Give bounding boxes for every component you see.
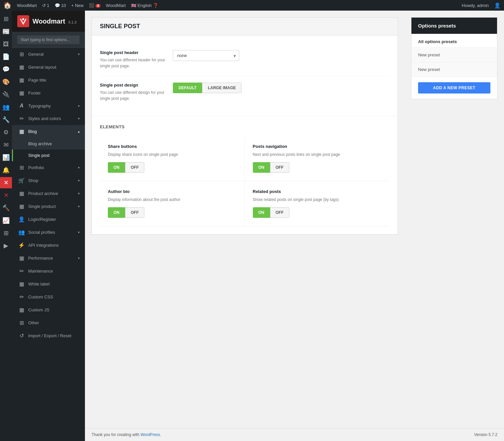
sidebar-item-portfolio[interactable]: ⊞ Portfolio ▾: [12, 161, 85, 174]
related-posts-toggle: ON OFF: [253, 207, 382, 218]
share-buttons-desc: Display share icons on single post page: [108, 152, 237, 158]
wp-icon-grid[interactable]: ⊞: [0, 227, 12, 239]
design-option-control: DEFAULT LARGE IMAGE: [166, 83, 390, 93]
related-posts-on-button[interactable]: ON: [253, 207, 270, 218]
sidebar-item-footer[interactable]: ▦ Footer: [12, 87, 85, 99]
sidebar-item-product-archive[interactable]: ▦ Product archive ▾: [12, 187, 85, 200]
author-bio-on-button[interactable]: ON: [108, 207, 125, 218]
header-select[interactable]: none default custom: [173, 50, 239, 61]
blog-icon: ▦: [18, 128, 25, 135]
sidebar-item-other[interactable]: ⊞ Other: [12, 316, 85, 329]
add-new-preset-button[interactable]: ADD A NEW PRESET: [418, 82, 490, 94]
svg-point-0: [22, 18, 24, 20]
wp-icon-appearance[interactable]: 🎨: [0, 76, 12, 88]
sidebar-item-custom-js[interactable]: ▦ Custom JS: [12, 303, 85, 316]
portfolio-icon: ⊞: [18, 164, 25, 171]
sidebar-item-social-profiles[interactable]: 👥 Social profiles ▾: [12, 226, 85, 239]
api-icon: ⚡: [18, 242, 25, 248]
posts-nav-off-button[interactable]: OFF: [270, 162, 289, 173]
wp-icon-pages[interactable]: 📄: [0, 51, 12, 62]
sidebar-item-login-register[interactable]: 👤 Login/Register: [12, 213, 85, 226]
design-large-image-button[interactable]: LARGE IMAGE: [202, 83, 242, 93]
wp-icon-media[interactable]: 🖼: [0, 38, 12, 50]
author-bio-off-button[interactable]: OFF: [125, 207, 144, 218]
sidebar-item-page-title[interactable]: ▦ Page title: [12, 74, 85, 87]
preset-item-2[interactable]: New preset: [411, 62, 497, 77]
custom-css-icon: ✏: [18, 294, 25, 300]
preset-header: Options presets: [411, 18, 497, 34]
sidebar-item-single-product[interactable]: ▦ Single product ▾: [12, 200, 85, 213]
posts-nav-desc: Next and previous posts links on single …: [253, 152, 382, 158]
social-icon: 👥: [18, 229, 25, 235]
wp-icon-analytics[interactable]: 📊: [0, 152, 12, 163]
share-on-button[interactable]: ON: [108, 162, 125, 173]
posts-nav-on-button[interactable]: ON: [253, 162, 270, 173]
admin-bar-plugin-count[interactable]: ⬛ 4: [89, 3, 101, 8]
performance-icon: ▦: [18, 255, 25, 261]
wp-icon-comments[interactable]: 💬: [0, 64, 12, 75]
admin-bar-new[interactable]: + New: [71, 3, 84, 8]
wp-icon-bell[interactable]: 🔔: [0, 164, 12, 176]
wp-icon-wrench[interactable]: 🔨: [0, 202, 12, 214]
related-posts-label: Related posts: [253, 189, 382, 194]
wp-icon-users[interactable]: 👥: [0, 101, 12, 113]
login-icon: 👤: [18, 216, 25, 222]
admin-bar-site-name[interactable]: WoodMart: [17, 3, 37, 8]
sidebar-item-general-layout[interactable]: ▦ General layout: [12, 61, 85, 74]
single-product-arrow: ▾: [78, 205, 80, 208]
sidebar-item-maintenance[interactable]: ✏ Maintenance: [12, 265, 85, 278]
sidebar-item-api-integrations[interactable]: ⚡ API integrations: [12, 239, 85, 252]
wp-icon-play[interactable]: ▶: [0, 240, 12, 251]
design-option-desc: You can use different design for your si…: [100, 90, 166, 101]
brand-version: 6.1.3: [68, 20, 76, 24]
design-default-button[interactable]: DEFAULT: [173, 83, 202, 93]
wp-icon-woodmart[interactable]: ✕: [0, 177, 12, 188]
styles-colors-arrow: ▾: [78, 117, 80, 120]
admin-bar-theme[interactable]: WoodMart: [106, 3, 126, 8]
posts-nav-toggle: ON OFF: [253, 162, 382, 173]
sidebar-item-single-post[interactable]: Single post: [12, 150, 85, 161]
sidebar-item-typography[interactable]: A Typography ▾: [12, 99, 85, 112]
related-posts-off-button[interactable]: OFF: [270, 207, 289, 218]
brand-name: Woodmart: [33, 18, 65, 25]
wp-icon-posts[interactable]: 📰: [0, 26, 12, 37]
admin-bar-language[interactable]: 🇬🇧 English ❓: [131, 3, 158, 8]
sidebar-item-custom-css[interactable]: ✏ Custom CSS: [12, 290, 85, 303]
related-posts-desc: Show related posts on single post page (…: [253, 197, 382, 203]
sidebar-item-import-export[interactable]: ↺ Import / Export / Reset: [12, 329, 85, 342]
preset-item-1[interactable]: New preset: [411, 48, 497, 62]
elements-grid: Share buttons Display share icons on sin…: [100, 136, 390, 226]
admin-bar-wp-logo[interactable]: 🏠: [3, 1, 12, 9]
shop-arrow: ▾: [78, 179, 80, 182]
general-layout-icon: ▦: [18, 64, 25, 70]
admin-bar-user-avatar[interactable]: 👤: [494, 2, 501, 9]
sidebar-item-blog[interactable]: ▦ Blog ▴: [12, 125, 85, 138]
custom-js-icon: ▦: [18, 307, 25, 313]
sidebar-item-performance[interactable]: ▦ Performance ▾: [12, 252, 85, 265]
search-input[interactable]: [17, 35, 80, 44]
wp-icon-dashboard[interactable]: ⊞: [0, 13, 12, 25]
admin-bar-comments[interactable]: 💬 10: [55, 3, 66, 8]
product-archive-icon: ▦: [18, 190, 25, 197]
general-arrow: ▾: [78, 52, 80, 56]
elements-section: ELEMENTS Share buttons Display share ico…: [92, 116, 397, 234]
wp-icon-settings[interactable]: ⚙: [0, 127, 12, 138]
search-bar: [12, 32, 85, 48]
author-bio-desc: Display information about the post autho…: [108, 197, 237, 203]
sidebar-item-shop[interactable]: 🛒 Shop ▾: [12, 174, 85, 187]
design-option-label: Single post design: [100, 83, 166, 88]
share-off-button[interactable]: OFF: [125, 162, 144, 173]
sidebar-item-blog-archive[interactable]: Blog archive: [12, 138, 85, 150]
wp-icon-plugins[interactable]: 🔌: [0, 89, 12, 100]
wp-icon-chart[interactable]: 📈: [0, 215, 12, 226]
sidebar-item-white-label[interactable]: ▦ White label: [12, 278, 85, 290]
design-btn-toggle: DEFAULT LARGE IMAGE: [173, 83, 390, 93]
general-icon: ⊞: [18, 51, 25, 57]
footer-wp-link[interactable]: WordPress: [140, 432, 160, 437]
sidebar-item-styles-colors[interactable]: ✏ Styles and colors ▾: [12, 112, 85, 125]
sidebar-item-general[interactable]: ⊞ General ▾: [12, 48, 85, 61]
wp-icon-tools[interactable]: 🔧: [0, 114, 12, 125]
admin-bar-update[interactable]: ↺ 1: [42, 3, 49, 8]
wp-icon-woodmart2[interactable]: ✕: [0, 190, 12, 201]
wp-icon-mail[interactable]: ✉: [0, 139, 12, 151]
